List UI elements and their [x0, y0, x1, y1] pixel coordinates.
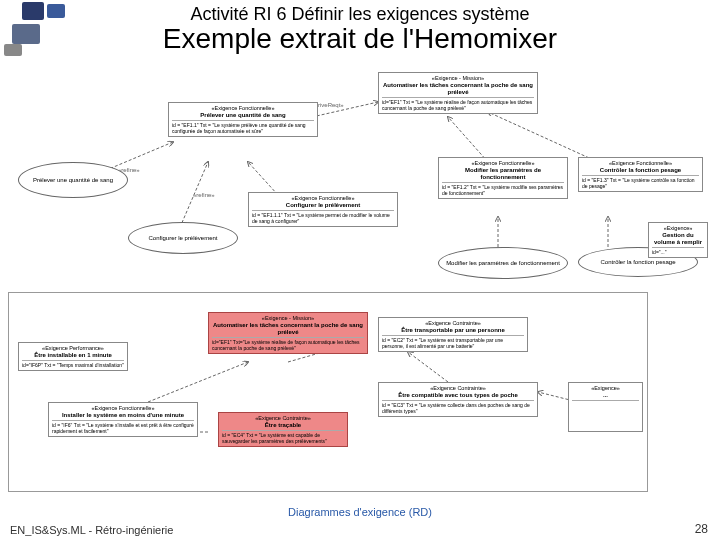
req-tracable: «Exigence Contrainte» Être traçable id =…: [218, 412, 348, 447]
uc-modifier: Modifier les paramètres de fonctionnemen…: [438, 247, 568, 279]
req-mission-2: «Exigence - Mission» Automatiser les tâc…: [208, 312, 368, 354]
req-prelever: «Exigence Fonctionnelle» Prélever une qu…: [168, 102, 318, 137]
req-controler: «Exigence Fonctionnelle» Contrôler la fo…: [578, 157, 703, 192]
req-mission: «Exigence - Mission» Automatiser les tâc…: [378, 72, 538, 114]
footer-text: EN_IS&Sys.ML - Rétro-ingénierie: [10, 524, 173, 536]
header-devices-icon: [2, 2, 82, 62]
req-extra-right: «Exigence» ...: [568, 382, 643, 432]
req-configurer: «Exigence Fonctionnelle» Configurer le p…: [248, 192, 398, 227]
svg-line-1: [448, 117, 488, 162]
requirement-diagram: «deriveReqt» «refine» «refine» «deriveRe…: [8, 72, 712, 510]
slide-title: Exemple extrait de l'Hemomixer: [0, 23, 720, 55]
req-side1: «Exigence» Gestion du volume à remplir i…: [648, 222, 708, 258]
uc-configurer: Configurer le prélèvement: [128, 222, 238, 254]
page-number: 28: [695, 522, 708, 536]
uc-prelever: Prélever une quantité de sang: [18, 162, 128, 198]
svg-line-2: [488, 112, 598, 162]
svg-text:«refine»: «refine»: [193, 192, 215, 198]
slide-subtitle: Activité RI 6 Définir les exigences syst…: [0, 0, 720, 25]
req-performance-side: «Exigence Performance» Être installable …: [18, 342, 128, 371]
req-modifier: «Exigence Fonctionnelle» Modifier les pa…: [438, 157, 568, 199]
req-transportable: «Exigence Contrainte» Être transportable…: [378, 317, 528, 352]
req-compatible: «Exigence Contrainte» Être compatible av…: [378, 382, 538, 417]
req-installer: «Exigence Fonctionnelle» Installer le sy…: [48, 402, 198, 437]
diagram-caption: Diagrammes d'exigence (RD): [0, 506, 720, 518]
